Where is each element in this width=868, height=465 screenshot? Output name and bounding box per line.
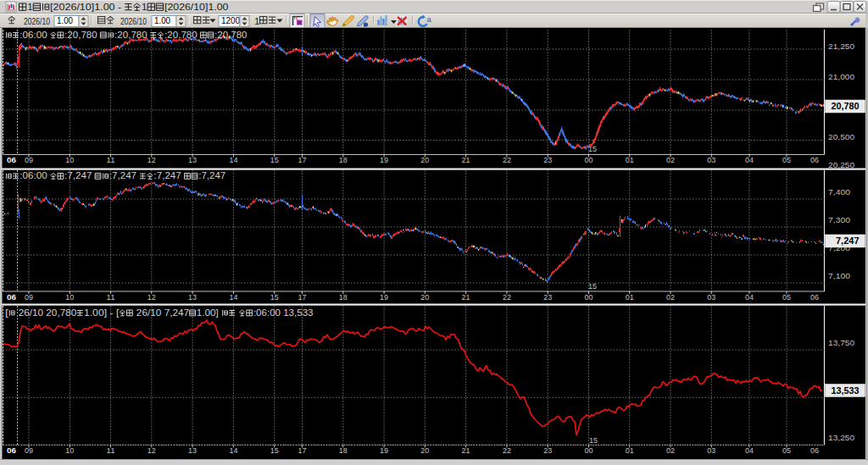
svg-text:06: 06 <box>7 155 16 164</box>
svg-text:14: 14 <box>229 446 237 455</box>
svg-text:20,500: 20,500 <box>828 132 854 141</box>
svg-text:12: 12 <box>147 446 156 455</box>
svg-text:11: 11 <box>107 446 115 455</box>
svg-text:26/10 20,780: 26/10 20,780 <box>15 307 76 318</box>
svg-text:11: 11 <box>107 292 115 302</box>
svg-text:14: 14 <box>229 292 237 302</box>
svg-text:03: 03 <box>707 155 715 164</box>
svg-text:23: 23 <box>543 292 552 302</box>
svg-text:05: 05 <box>782 446 791 455</box>
svg-text:06: 06 <box>7 446 16 455</box>
svg-text:01: 01 <box>626 155 634 164</box>
svg-text:1: 1 <box>254 16 260 26</box>
svg-text::7,247: :7,247 <box>64 170 95 180</box>
svg-text:19: 19 <box>380 446 388 455</box>
svg-text::20,780: :20,780 <box>64 30 100 40</box>
svg-text:04: 04 <box>745 292 754 302</box>
svg-text:15: 15 <box>270 446 279 455</box>
svg-text:22: 22 <box>503 155 511 164</box>
svg-text::06:00 13,533: :06:00 13,533 <box>253 307 314 318</box>
svg-text:23: 23 <box>543 446 552 455</box>
svg-text:21: 21 <box>462 292 470 302</box>
svg-text:06: 06 <box>810 292 819 302</box>
svg-text:03: 03 <box>707 446 715 455</box>
svg-text:14: 14 <box>229 155 237 164</box>
svg-text:[2026/10]1.00 -: [2026/10]1.00 - <box>50 2 125 12</box>
svg-text:21,250: 21,250 <box>828 42 854 51</box>
svg-text:1.00: 1.00 <box>154 15 170 25</box>
svg-text:7,100: 7,100 <box>828 271 850 280</box>
svg-text:13: 13 <box>188 155 197 164</box>
svg-text:13,533: 13,533 <box>832 386 860 396</box>
svg-text:10: 10 <box>65 292 74 302</box>
svg-text:21: 21 <box>462 446 470 455</box>
svg-text:15: 15 <box>270 292 279 302</box>
svg-text:20: 20 <box>420 446 429 455</box>
svg-text:1.00: 1.00 <box>57 15 73 25</box>
svg-text:22: 22 <box>503 446 511 455</box>
svg-text:00: 00 <box>585 292 593 302</box>
svg-text:13: 13 <box>188 292 197 302</box>
svg-text:18: 18 <box>339 292 348 302</box>
svg-text:20: 20 <box>420 292 429 302</box>
svg-text::7,247: :7,247 <box>154 170 185 180</box>
svg-text:2026/10: 2026/10 <box>24 16 50 26</box>
svg-text:03: 03 <box>707 292 715 302</box>
svg-text:05: 05 <box>782 155 791 164</box>
svg-text:7,300: 7,300 <box>828 215 850 224</box>
svg-text:1.00] - [: 1.00] - [ <box>84 307 120 318</box>
svg-text:06: 06 <box>7 292 16 302</box>
svg-text:20,780: 20,780 <box>832 102 860 111</box>
svg-text::06:00: :06:00 <box>19 30 50 40</box>
svg-text::20,780: :20,780 <box>114 30 150 40</box>
svg-text:15: 15 <box>588 282 597 291</box>
svg-text:17: 17 <box>298 292 307 302</box>
svg-text::06:00: :06:00 <box>19 170 50 180</box>
svg-text:[: [ <box>5 307 8 318</box>
svg-text:10: 10 <box>65 446 74 455</box>
svg-text:22: 22 <box>503 292 511 302</box>
svg-text:09: 09 <box>25 155 33 164</box>
svg-text:1: 1 <box>142 2 147 12</box>
svg-text::7,247: :7,247 <box>109 170 140 180</box>
svg-text:01: 01 <box>626 292 634 302</box>
svg-text:01: 01 <box>626 446 634 455</box>
svg-text:00: 00 <box>585 155 593 164</box>
svg-text:19: 19 <box>380 155 388 164</box>
svg-text:06: 06 <box>810 446 819 455</box>
svg-text:17: 17 <box>298 446 307 455</box>
svg-text:13,250: 13,250 <box>828 433 854 442</box>
svg-text:06: 06 <box>810 155 819 164</box>
svg-text:21,000: 21,000 <box>828 72 854 81</box>
svg-text:12: 12 <box>147 292 156 302</box>
svg-text:09: 09 <box>25 292 33 302</box>
svg-text:23: 23 <box>543 155 552 164</box>
svg-text:15: 15 <box>589 436 598 445</box>
svg-text:7,400: 7,400 <box>828 187 850 197</box>
svg-text:04: 04 <box>745 155 754 164</box>
svg-text::7,247: :7,247 <box>198 170 225 180</box>
svg-text:00: 00 <box>585 446 593 455</box>
svg-text:15: 15 <box>270 155 279 164</box>
svg-text:04: 04 <box>745 446 754 455</box>
svg-text:15: 15 <box>588 145 597 153</box>
svg-text:21: 21 <box>462 155 470 164</box>
svg-text:20: 20 <box>420 155 429 164</box>
svg-text:13,750: 13,750 <box>828 338 854 347</box>
svg-text:12: 12 <box>147 155 156 164</box>
svg-text::20,780: :20,780 <box>164 30 200 40</box>
svg-text:1200: 1200 <box>221 15 240 25</box>
svg-text:10: 10 <box>65 155 74 164</box>
svg-text:26/10 7,247: 26/10 7,247 <box>134 307 190 318</box>
svg-text:19: 19 <box>380 292 388 302</box>
svg-text:02: 02 <box>666 155 675 164</box>
svg-text:17: 17 <box>298 155 307 164</box>
svg-text:1.00]: 1.00] <box>197 307 221 318</box>
svg-text:2026/10: 2026/10 <box>120 16 147 26</box>
svg-text:02: 02 <box>666 446 675 455</box>
svg-text:20,250: 20,250 <box>828 160 854 169</box>
svg-text:18: 18 <box>339 446 348 455</box>
svg-text:02: 02 <box>666 292 675 302</box>
svg-text:11: 11 <box>107 155 115 164</box>
svg-text:1: 1 <box>27 2 33 12</box>
